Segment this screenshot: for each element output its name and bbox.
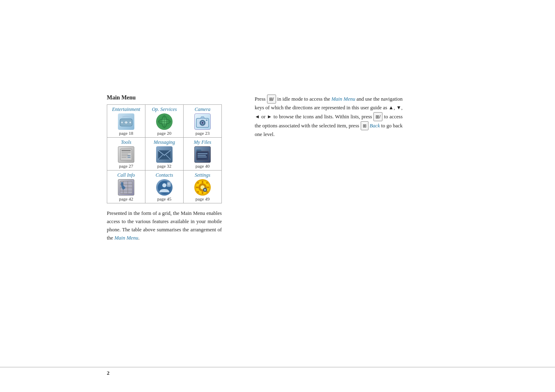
svg-rect-18	[122, 152, 131, 153]
myfiles-page: page 40	[186, 164, 219, 168]
svg-point-2	[129, 122, 131, 123]
contacts-page: page 45	[148, 196, 181, 201]
tools-icon	[118, 146, 134, 163]
svg-rect-17	[122, 150, 131, 151]
callinfo-label: Call Info	[110, 172, 143, 178]
svg-rect-22	[128, 155, 129, 156]
settings-page: page 49	[186, 196, 219, 201]
svg-rect-4	[124, 122, 128, 123]
camera-page: page 23	[186, 131, 219, 136]
right-description: Press ⊞/ in idle mode to access the Main…	[255, 95, 403, 139]
op-services-icon	[156, 113, 173, 130]
op-services-page: page 20	[148, 131, 181, 136]
svg-rect-31	[198, 155, 206, 156]
svg-rect-24	[128, 157, 129, 158]
svg-rect-32	[198, 157, 207, 157]
svg-rect-15	[206, 120, 207, 121]
contacts-icon	[156, 179, 173, 196]
svg-rect-50	[196, 187, 198, 188]
svg-point-57	[204, 189, 206, 191]
messaging-icon	[156, 146, 173, 163]
svg-point-14	[202, 122, 203, 124]
back-key-button: ⊞	[361, 121, 368, 130]
svg-rect-21	[122, 157, 127, 158]
svg-point-40	[162, 183, 166, 187]
svg-rect-51	[207, 187, 209, 188]
myfiles-label: My Files	[186, 139, 219, 145]
page-divider	[0, 367, 555, 367]
entertainment-label: Entertainment	[110, 106, 143, 113]
svg-rect-19	[122, 154, 128, 154]
myfiles-icon	[194, 146, 211, 163]
main-menu-link: Main Menu	[114, 235, 138, 241]
main-menu-grid: Entertainment page 18 Op	[107, 104, 222, 203]
messaging-page: page 32	[148, 164, 181, 168]
page-number: 2	[107, 370, 110, 376]
svg-rect-48	[202, 181, 203, 183]
entertainment-page: page 18	[110, 131, 143, 136]
menu-key-button: ⊞/	[267, 95, 276, 104]
main-menu-description: Presented in the form of a grid, the Mai…	[107, 209, 222, 242]
callinfo-icon	[118, 179, 134, 196]
camera-label: Camera	[186, 106, 219, 113]
op-services-label: Op. Services	[148, 106, 181, 113]
main-menu-title: Main Menu	[107, 95, 238, 101]
svg-point-1	[121, 122, 123, 123]
svg-rect-30	[198, 153, 207, 154]
tools-page: page 27	[110, 164, 143, 168]
camera-icon	[194, 113, 211, 130]
tools-label: Tools	[110, 139, 143, 145]
select-key-button: ⊞/	[373, 112, 382, 121]
messaging-label: Messaging	[148, 139, 181, 145]
callinfo-page: page 42	[110, 196, 143, 201]
entertainment-icon	[118, 113, 134, 130]
contacts-label: Contacts	[148, 172, 181, 178]
svg-rect-49	[202, 191, 203, 194]
svg-rect-41	[167, 182, 170, 187]
settings-label: Settings	[186, 172, 219, 178]
svg-rect-23	[129, 155, 130, 156]
settings-icon	[194, 179, 211, 196]
svg-rect-25	[129, 157, 130, 158]
